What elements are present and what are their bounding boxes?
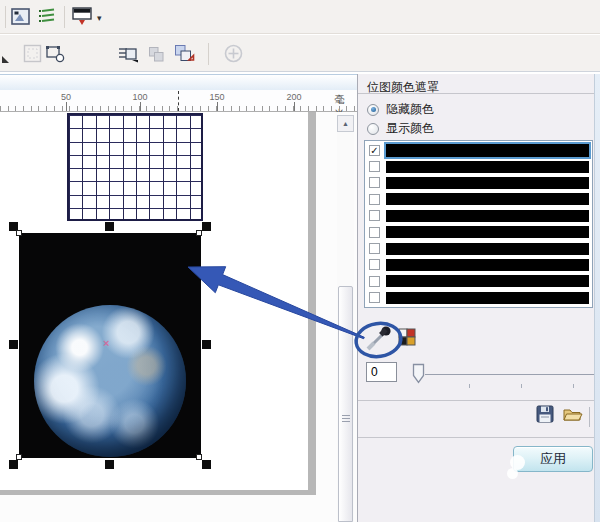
open-mask-icon[interactable] (562, 405, 583, 423)
mask-list-item[interactable] (367, 224, 590, 240)
toolbar-separator (64, 6, 65, 28)
mask-item-color-swatch[interactable] (386, 275, 589, 287)
cursor-position-indicator (178, 91, 179, 111)
radio-show-colors[interactable]: 显示颜色 (367, 120, 434, 137)
document-top-strip (0, 74, 357, 90)
mask-item-checkbox[interactable] (369, 259, 380, 270)
mask-item-color-swatch[interactable] (386, 144, 589, 157)
picture-frame-icon[interactable] (11, 8, 30, 25)
radio-button-icon[interactable] (367, 123, 379, 135)
vertical-scrollbar[interactable]: ▲ (337, 115, 354, 522)
ruler-label: 200 (286, 92, 301, 102)
mask-item-checkbox[interactable] (369, 210, 380, 221)
mask-list-item[interactable] (367, 158, 590, 174)
mask-item-checkbox[interactable] (369, 194, 380, 205)
slider-tick (521, 384, 522, 388)
bitmap-corner-node[interactable] (16, 454, 22, 460)
rotation-center-marker: × (103, 337, 109, 349)
mask-item-color-swatch[interactable] (386, 259, 589, 271)
slider-tick (469, 384, 470, 388)
toolbar-overflow-icon[interactable] (2, 56, 9, 63)
mask-item-color-swatch[interactable] (386, 161, 589, 173)
toolbar-row-2 (0, 35, 600, 72)
paste-special-icon[interactable] (174, 44, 195, 64)
mask-list-item[interactable] (367, 208, 590, 224)
presentation-window-icon[interactable] (72, 7, 93, 27)
node-edit-icon[interactable] (45, 44, 65, 63)
ruler-tick (217, 102, 218, 111)
tolerance-slider-thumb[interactable] (412, 363, 426, 385)
selection-handle-bottom-center[interactable] (105, 460, 114, 469)
mask-item-color-swatch[interactable] (386, 292, 589, 304)
mask-item-checkbox[interactable] (369, 177, 380, 188)
selection-handle-mid-right[interactable] (202, 340, 211, 349)
mask-item-checkbox[interactable] (369, 227, 380, 238)
resample-icon[interactable] (117, 45, 140, 63)
bitmap-corner-node[interactable] (196, 230, 202, 236)
scrollbar-grip-icon (342, 415, 350, 423)
object-properties-icon[interactable] (38, 7, 57, 25)
radio-button-selected-icon[interactable] (367, 104, 379, 116)
docker-edge-strip (594, 74, 600, 522)
edit-color-icon[interactable] (398, 328, 416, 346)
ruler-label: 50 (61, 92, 71, 102)
page-border-bottom (0, 490, 316, 495)
page-border-right (308, 112, 316, 495)
divider (358, 437, 595, 438)
bitmap-corner-node[interactable] (196, 454, 202, 460)
copy-disabled-icon[interactable] (148, 46, 165, 63)
mask-item-checkbox[interactable] (369, 276, 380, 287)
mask-item-color-swatch[interactable] (386, 193, 589, 205)
selection-handle-bottom-left[interactable] (9, 460, 18, 469)
canvas-area: × ▲ (0, 112, 357, 522)
selection-handle-top-right[interactable] (202, 222, 211, 231)
mask-item-checkbox[interactable] (369, 161, 380, 172)
mask-item-color-swatch[interactable] (386, 243, 589, 255)
ruler-label: 100 (132, 92, 147, 102)
mask-item-color-swatch[interactable] (386, 226, 589, 238)
bitmap-object[interactable]: × (19, 233, 201, 458)
tolerance-slider-track[interactable] (425, 374, 598, 375)
color-mask-list[interactable]: ✓ (364, 140, 593, 308)
divider (589, 407, 590, 427)
dropdown-caret[interactable]: ▾ (97, 13, 102, 23)
add-disabled-icon[interactable] (223, 43, 244, 64)
horizontal-ruler[interactable]: 50 100 150 200 毫米 (0, 90, 357, 112)
toolbar-row-1: ▾ (0, 0, 600, 34)
radio-show-label: 显示颜色 (386, 120, 434, 137)
mask-list-item[interactable] (367, 257, 590, 273)
mask-list-item[interactable] (367, 175, 590, 191)
earth-image (34, 305, 186, 457)
scrollbar-thumb[interactable] (338, 286, 353, 522)
mask-item-color-swatch[interactable] (386, 210, 589, 222)
selection-handle-bottom-right[interactable] (202, 460, 211, 469)
frame-disabled-icon[interactable] (23, 44, 42, 63)
bitmap-color-mask-docker: 位图颜色遮罩 隐藏颜色 显示颜色 ✓ (357, 74, 594, 522)
mask-list-item[interactable] (367, 273, 590, 289)
radio-hide-colors[interactable]: 隐藏颜色 (367, 101, 434, 118)
mask-item-checkbox[interactable] (369, 243, 380, 254)
mask-list-item[interactable] (367, 240, 590, 256)
grid-table-object[interactable] (67, 113, 203, 221)
save-mask-icon[interactable] (536, 405, 554, 423)
eyedropper-icon[interactable] (365, 322, 395, 352)
selection-handle-top-center[interactable] (105, 222, 114, 231)
mask-list-item[interactable] (367, 290, 590, 306)
mask-list-item[interactable] (367, 191, 590, 207)
bitmap-corner-node[interactable] (16, 230, 22, 236)
mask-item-checkbox[interactable]: ✓ (369, 145, 380, 156)
tolerance-input[interactable] (366, 362, 397, 382)
cursor-glare (507, 468, 518, 479)
mask-item-checkbox[interactable] (369, 292, 380, 303)
slider-tick (573, 384, 574, 388)
selection-handle-mid-left[interactable] (9, 340, 18, 349)
ruler-tick (294, 102, 295, 111)
scrollbar-up-button[interactable]: ▲ (337, 115, 354, 132)
divider (358, 400, 595, 401)
mask-item-color-swatch[interactable] (386, 177, 589, 189)
apply-button[interactable]: 应用 (513, 446, 593, 472)
toolbar-separator (208, 43, 209, 65)
mask-list-item[interactable]: ✓ (367, 142, 590, 158)
divider (358, 93, 595, 94)
ruler-tick (66, 102, 67, 111)
